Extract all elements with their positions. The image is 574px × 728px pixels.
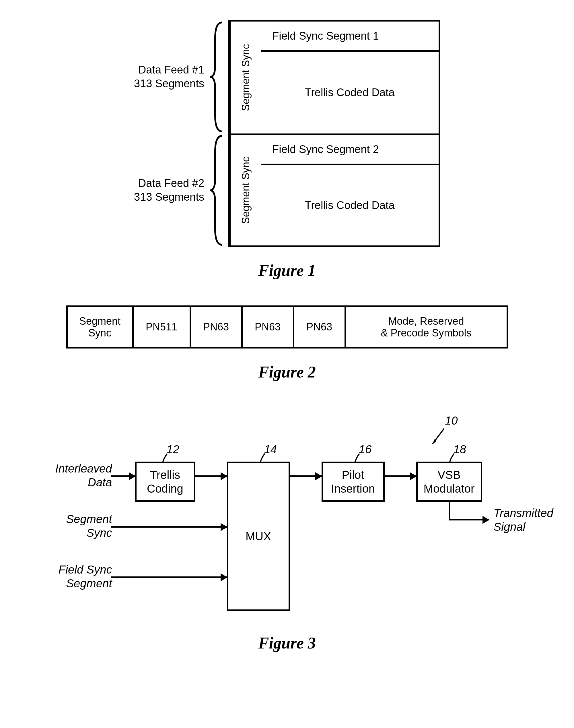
pilot-l2: Insertion xyxy=(331,482,375,495)
fig1-segment-sync-1: Segment Sync xyxy=(229,22,261,133)
ref-10-arrow-icon xyxy=(428,427,448,450)
arrow-interleaved-to-trellis xyxy=(111,475,135,477)
ref-10: 10 xyxy=(445,414,458,427)
fig1-trellis-1: Trellis Coded Data xyxy=(261,52,439,133)
arrow-segment-to-mux xyxy=(111,526,227,528)
figure-3: 10 12 14 16 18 Interleaved Data xyxy=(11,407,563,678)
vsb-output-down xyxy=(449,502,450,519)
vsb-l1: VSB xyxy=(438,468,460,481)
fig2-cell4: PN63 xyxy=(294,307,346,347)
output-label: Transmitted Signal xyxy=(494,506,554,534)
brace-icon xyxy=(209,135,224,246)
fig2-caption: Figure 2 xyxy=(258,363,316,381)
vsb-l2: Modulator xyxy=(424,482,475,495)
arrow-vsb-output xyxy=(449,519,489,521)
brace-icon xyxy=(209,21,224,133)
arrow-head-icon xyxy=(129,472,136,480)
fig1-feed1-line1: Data Feed #1 xyxy=(138,64,204,76)
output-l1: Transmitted xyxy=(494,507,554,519)
fig1-feed2-label: Data Feed #2 313 Segments xyxy=(134,135,224,246)
arrow-trellis-to-mux xyxy=(195,475,227,477)
figure-2: Segment Sync PN511 PN63 PN63 PN63 Mode, … xyxy=(11,305,563,407)
pilot-l1: Pilot xyxy=(342,468,364,481)
figure-1: Data Feed #1 313 Segments Data Feed #2 3… xyxy=(11,17,563,305)
arrow-head-icon xyxy=(483,516,489,524)
fig1-field-sync-2: Field Sync Segment 2 xyxy=(261,135,439,165)
fig1-segment-sync-2: Segment Sync xyxy=(229,135,261,245)
fig1-feed1-label: Data Feed #1 313 Segments xyxy=(134,21,224,133)
fig3-caption: Figure 3 xyxy=(258,634,316,652)
fig2-cell5-l1: Mode, Reserved xyxy=(388,315,464,327)
fig2-cell0-l1: Segment xyxy=(79,315,121,327)
trellis-l1: Trellis xyxy=(150,468,180,481)
fig2-cell3: PN63 xyxy=(243,307,294,347)
fig2-segment-table: Segment Sync PN511 PN63 PN63 PN63 Mode, … xyxy=(66,305,508,348)
fig2-cell5-l2: & Precode Symbols xyxy=(381,327,471,339)
input-segment-l1: Segment xyxy=(66,513,112,525)
input-field-l2: Segment xyxy=(66,577,112,590)
input-interleaved-l1: Interleaved xyxy=(55,462,112,475)
arrow-pilot-to-vsb xyxy=(385,475,416,477)
arrow-head-icon xyxy=(410,472,417,480)
input-interleaved: Interleaved Data xyxy=(46,462,112,489)
fig1-trellis-2: Trellis Coded Data xyxy=(261,165,439,245)
arrow-head-icon xyxy=(220,472,228,480)
input-segment-sync: Segment Sync xyxy=(46,512,112,540)
fig1-feed1-line2: 313 Segments xyxy=(134,78,204,89)
fig2-cell1: PN511 xyxy=(134,307,191,347)
arrow-mux-to-pilot xyxy=(290,475,322,477)
vsb-modulator-box: VSB Modulator xyxy=(416,462,482,502)
fig1-caption: Figure 1 xyxy=(258,261,316,280)
arrow-head-icon xyxy=(220,573,228,581)
arrow-head-icon xyxy=(315,472,322,480)
input-segment-l2: Sync xyxy=(87,527,112,539)
mux-box: MUX xyxy=(227,462,290,611)
output-l2: Signal xyxy=(494,521,526,533)
fig2-cell2: PN63 xyxy=(191,307,243,347)
trellis-l2: Coding xyxy=(147,482,183,495)
fig1-field-sync-1: Field Sync Segment 1 xyxy=(261,22,439,52)
fig1-frame-table: Segment Sync Field Sync Segment 1 Trelli… xyxy=(228,20,440,247)
input-field-l1: Field Sync xyxy=(58,563,112,576)
fig2-cell0-l2: Sync xyxy=(88,327,111,339)
trellis-coding-box: Trellis Coding xyxy=(135,462,195,502)
input-field-sync: Field Sync Segment xyxy=(46,563,112,590)
fig1-feed2-line1: Data Feed #2 xyxy=(138,177,204,189)
arrow-field-to-mux xyxy=(111,576,227,578)
pilot-insertion-box: Pilot Insertion xyxy=(322,462,385,502)
arrow-head-icon xyxy=(220,523,228,531)
input-interleaved-l2: Data xyxy=(88,476,112,489)
fig1-feed2-line2: 313 Segments xyxy=(134,191,204,203)
